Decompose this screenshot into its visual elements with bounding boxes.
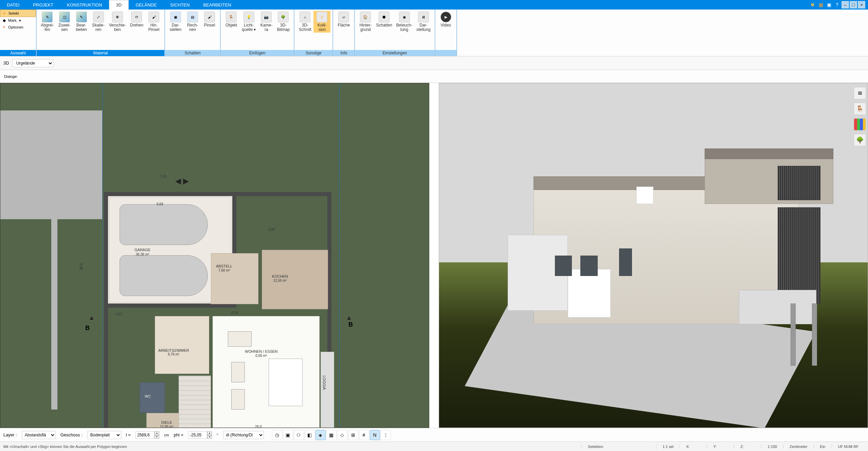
rechnen-button[interactable]: ▤Rech- nen [184, 11, 201, 33]
options-label: Optionen [8, 25, 23, 29]
abgreifen-button[interactable]: ✎Abgrei- fen [39, 11, 56, 33]
bearbeiten-button[interactable]: ✎Bear- beiten [73, 11, 90, 33]
close-icon[interactable]: × [858, 1, 865, 8]
people-icon[interactable]: ⚇ [294, 430, 304, 440]
layer-select[interactable]: Urgelände [13, 59, 53, 67]
l-down[interactable]: ▼ [155, 435, 159, 439]
grid-icon[interactable]: ⊞ [348, 430, 358, 440]
screen-icon[interactable]: ▣ [283, 430, 293, 440]
pinsel-button[interactable]: 🖌Pinsel [201, 11, 218, 28]
marker-button[interactable]: ◆ Mark. ▾ [0, 17, 36, 24]
n-icon[interactable]: N [370, 430, 380, 440]
objekt-button[interactable]: 🪑Objekt [223, 11, 240, 28]
ribbon-panel-info: ▱Fläche Info [333, 10, 355, 56]
l-up[interactable]: ▲ [155, 431, 159, 435]
maximize-icon[interactable]: □ [850, 1, 857, 8]
room-arbeit-area: 8,76 m² [158, 352, 189, 356]
furniture-icon[interactable]: 🪑 [854, 103, 866, 115]
marker-label: Mark. [8, 18, 18, 22]
room-wc-name: WC [145, 394, 151, 398]
camera-icon: 📷 [261, 12, 272, 22]
zuweisen-button[interactable]: ◫Zuwei- sen [56, 11, 73, 33]
eyedropper-icon: ✎ [42, 12, 53, 22]
bitmap-button[interactable]: 🌳3D- Bitmap [275, 11, 292, 33]
ribbon-panel-auswahl: ➤ Selekt ◆ Mark. ▾ + Optionen Auswahl [0, 10, 37, 56]
options-button[interactable]: + Optionen [0, 24, 36, 31]
geschoss-input[interactable]: Bodenplatt [87, 431, 121, 439]
dim-7-41: 7,41 [160, 174, 166, 178]
tree-icon: 🌳 [278, 12, 289, 22]
more-icon[interactable]: ⋮ [381, 430, 391, 440]
dl-input[interactable]: dl (Richtung/Di [223, 431, 264, 439]
darstellung-button[interactable]: 🖥Dar- stellung [414, 11, 432, 33]
room-wohnen-name: WOHNEN / ESSEN [245, 349, 278, 353]
kollision-button[interactable]: ⚠Kolli- sion [313, 11, 330, 33]
section-icon: ⌕ [300, 12, 310, 22]
viewport-2d[interactable]: GARAGE36,36 m² ABSTELL7,68 m² KOCHEN12,5… [0, 83, 429, 428]
status-bar: Mit <Umschalt> und <Strg> können Sie die… [0, 441, 868, 451]
room-garage-name: GARAGE [134, 248, 150, 252]
cube-small-icon[interactable]: ▦ [817, 1, 825, 8]
phi-input[interactable] [188, 431, 207, 439]
clock-icon[interactable]: ◷ [272, 430, 282, 440]
menu-tab-3d[interactable]: 3D [109, 0, 129, 10]
3dschnitt-button[interactable]: ⌕3D- Schnitt [296, 11, 313, 33]
room-kochen-name: KOCHEN [272, 274, 288, 278]
select-button[interactable]: ➤ Selekt [0, 10, 36, 17]
title-bar-icons: ✖ ▦ ▣ ? – □ × [809, 0, 868, 10]
menu-tab-sichten[interactable]: SICHTEN [163, 0, 196, 10]
chevron-down-icon: ▾ [19, 18, 21, 23]
status-scale: 1:100 [761, 445, 783, 449]
palette-icon[interactable] [854, 118, 866, 131]
dim-5-87: 5,87 [269, 228, 275, 231]
diamond-icon[interactable]: ◈ [315, 430, 326, 440]
help-icon[interactable]: ? [833, 1, 841, 8]
menu-tab-datei[interactable]: DATEI [0, 0, 26, 10]
verschieben-button[interactable]: ✥Verschie- ben [107, 11, 128, 33]
status-mode: Ein [814, 445, 832, 449]
cube-icon: ▣ [170, 12, 181, 22]
phi-down[interactable]: ▼ [207, 435, 212, 439]
kamera-button[interactable]: 📷Kame- ra [258, 11, 275, 33]
floorplan-canvas: GARAGE36,36 m² ABSTELL7,68 m² KOCHEN12,5… [0, 83, 429, 428]
phi-label: phi = [174, 432, 184, 437]
layers-icon[interactable]: ≋ [854, 87, 866, 99]
beleuchtung-button[interactable]: ◉Beleuch- tung [394, 11, 414, 33]
chair-icon: 🪑 [226, 12, 237, 22]
background-icon: 🏠 [360, 12, 371, 22]
screens-icon[interactable]: ▣ [825, 1, 833, 8]
video-button[interactable]: ▶Video [437, 11, 454, 28]
ribbon-label-info: Info [333, 50, 354, 56]
grid2-icon[interactable]: # [359, 430, 369, 440]
viewport-3d[interactable] [439, 83, 868, 428]
menu-tab-projekt[interactable]: PROJEKT [26, 0, 60, 10]
room-diele-name: DIELE [161, 420, 172, 424]
hintergrund-button[interactable]: 🏠Hinter- grund [357, 11, 374, 33]
dim-6-52: 28,0 [255, 425, 261, 428]
layer-input[interactable]: Abstandsflä [22, 431, 56, 439]
diamond2-icon[interactable]: ◇ [337, 430, 347, 440]
menu-tab-gelaende[interactable]: GELÄNDE [129, 0, 163, 10]
menu-tab-konstruktion[interactable]: KONSTRUKTION [60, 0, 109, 10]
wrench-icon[interactable]: ✖ [809, 1, 816, 8]
darstellen-button[interactable]: ▣Dar- stellen [167, 11, 184, 33]
geschoss-label: Geschoss : [60, 432, 83, 437]
schatten-settings-button[interactable]: ⬢Schatten [374, 11, 394, 28]
room-diele-area: 12,85 m² [160, 425, 173, 428]
flaeche-button[interactable]: ▱Fläche [335, 11, 352, 28]
l-input[interactable] [135, 431, 155, 439]
drehen-button[interactable]: ⟳Drehen [128, 11, 145, 28]
stair [179, 376, 211, 428]
minimize-icon[interactable]: – [842, 1, 849, 8]
lichtquelle-button[interactable]: 💡Licht- quelle ▾ [240, 11, 258, 33]
grid-dense-icon[interactable]: ▦ [326, 430, 337, 440]
hinpinsel-button[interactable]: 🖌Hin. Pinsel [145, 11, 162, 33]
ribbon-panel-video: ▶Video [435, 10, 457, 56]
menu-tab-bearbeiten[interactable]: BEARBEITEN [196, 0, 238, 10]
lighting-icon: ◉ [399, 12, 410, 22]
phi-up[interactable]: ▲ [207, 431, 212, 435]
terrain-tree-icon[interactable]: 🌳 [854, 134, 866, 146]
ribbon-panel-material: ✎Abgrei- fen ◫Zuwei- sen ✎Bear- beiten ⤢… [37, 10, 165, 56]
skalieren-button[interactable]: ⤢Skalie- ren [90, 11, 107, 33]
layers2-icon[interactable]: ◧ [305, 430, 315, 440]
